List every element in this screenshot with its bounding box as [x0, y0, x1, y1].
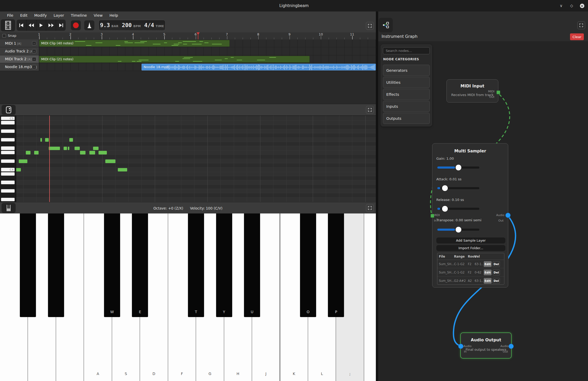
- strip-white-key[interactable]: [1, 198, 15, 201]
- category-utilities[interactable]: Utilities: [383, 77, 430, 88]
- track-minimize-button[interactable]: -: [32, 49, 36, 53]
- category-inputs[interactable]: Inputs: [383, 101, 430, 112]
- param-slider[interactable]: [437, 166, 479, 169]
- midi-note[interactable]: [89, 151, 95, 154]
- black-key[interactable]: [20, 213, 36, 317]
- track-name-cell[interactable]: Audio Track 2[A]-: [0, 47, 39, 55]
- pianoroll-keys[interactable]: C5C4: [0, 116, 16, 202]
- delete-button[interactable]: Del: [493, 261, 500, 267]
- maximize-icon[interactable]: ◇: [569, 3, 574, 9]
- menu-item-modify[interactable]: Modify: [31, 11, 50, 19]
- timeline-ruler[interactable]: Snap 1234567891011: [0, 32, 376, 40]
- slider-knob[interactable]: [456, 165, 461, 170]
- black-key[interactable]: P: [328, 213, 344, 317]
- edit-button[interactable]: Edit: [484, 278, 492, 284]
- midi-note[interactable]: [16, 168, 21, 172]
- track-name-cell[interactable]: Noodle 18.mp3[A]-: [0, 63, 39, 71]
- param-slider[interactable]: [437, 229, 479, 231]
- record-button[interactable]: [71, 20, 81, 30]
- node-audio-output[interactable]: Audio Output Final output to speakers Au…: [460, 332, 512, 359]
- piano-keyboard[interactable]: ASDFGHJKL;WETYUOP: [0, 213, 376, 381]
- slider-knob[interactable]: [456, 227, 461, 233]
- param-slider[interactable]: [437, 187, 479, 189]
- midi-note[interactable]: [75, 147, 80, 150]
- midi-note[interactable]: [26, 151, 30, 154]
- playhead-arrow-icon[interactable]: [197, 32, 200, 35]
- snap-checkbox[interactable]: [2, 34, 6, 38]
- track-name-cell[interactable]: MIDI 1[A]-: [0, 39, 39, 47]
- menu-item-timeline[interactable]: Timeline: [68, 11, 90, 19]
- delete-button[interactable]: Del: [493, 278, 500, 284]
- strip-white-key[interactable]: [1, 159, 15, 163]
- black-key[interactable]: U: [244, 213, 260, 317]
- audio-clip[interactable]: Noodle 18.mp3: [142, 64, 376, 70]
- audio-out-port[interactable]: [509, 344, 513, 349]
- midi-clip[interactable]: MIDI Clip (40 notes): [39, 40, 230, 47]
- close-icon[interactable]: ×: [579, 3, 585, 9]
- black-key[interactable]: [48, 213, 64, 317]
- strip-white-key[interactable]: C4: [1, 168, 15, 171]
- strip-white-key[interactable]: [1, 138, 15, 141]
- white-key[interactable]: [364, 213, 376, 381]
- category-effects[interactable]: Effects: [383, 89, 430, 100]
- strip-white-key[interactable]: [1, 189, 15, 193]
- midi-clip[interactable]: MIDI Clip (21 notes): [39, 56, 310, 63]
- category-generators[interactable]: Generators: [383, 65, 430, 76]
- midi-note[interactable]: [45, 138, 49, 142]
- menu-item-layer[interactable]: Layer: [50, 11, 67, 19]
- midi-out-port[interactable]: [497, 91, 500, 94]
- strip-white-key[interactable]: [1, 129, 15, 133]
- menu-item-view[interactable]: View: [90, 11, 106, 19]
- midi-note[interactable]: [80, 151, 85, 154]
- rewind-button[interactable]: [27, 20, 36, 31]
- audio-in-port[interactable]: [458, 344, 463, 349]
- timeline-expand-icon[interactable]: [366, 22, 374, 30]
- midi-note[interactable]: [68, 147, 69, 150]
- midi-note[interactable]: [118, 168, 127, 172]
- strip-white-key[interactable]: [1, 181, 15, 184]
- midi-note[interactable]: [69, 138, 73, 142]
- audio-out-port[interactable]: [506, 213, 510, 218]
- track-minimize-button[interactable]: -: [32, 65, 36, 69]
- pianoroll-grid[interactable]: C5C4: [0, 116, 376, 202]
- param-slider[interactable]: [437, 208, 479, 210]
- metronome-button[interactable]: [84, 20, 94, 30]
- menu-item-file[interactable]: File: [4, 11, 17, 19]
- midi-note[interactable]: [105, 159, 115, 163]
- strip-white-key[interactable]: [1, 146, 15, 150]
- midi-note[interactable]: [40, 138, 42, 142]
- category-outputs[interactable]: Outputs: [383, 113, 430, 124]
- pianoroll-expand-icon[interactable]: [366, 106, 374, 114]
- midi-note[interactable]: [49, 147, 60, 150]
- keyboard-expand-icon[interactable]: [366, 204, 374, 212]
- node-midi-input[interactable]: MIDI Input Receives MIDI from track MIDI…: [446, 79, 498, 103]
- skip-end-button[interactable]: [56, 20, 66, 31]
- black-key[interactable]: T: [188, 213, 204, 317]
- frame-icon[interactable]: [2, 105, 16, 115]
- skip-start-button[interactable]: [17, 20, 27, 31]
- timeline-empty-area[interactable]: [0, 71, 376, 104]
- black-key[interactable]: W: [104, 213, 120, 317]
- track-minimize-button[interactable]: -: [32, 41, 36, 45]
- edit-button[interactable]: Edit: [484, 261, 492, 267]
- clear-button[interactable]: Clear: [570, 33, 584, 40]
- edit-button[interactable]: Edit: [484, 270, 492, 275]
- track-minimize-button[interactable]: -: [32, 57, 36, 61]
- midi-note[interactable]: [19, 159, 27, 163]
- strip-white-key[interactable]: C5: [1, 117, 15, 120]
- add-sample-layer-button[interactable]: Add Sample Layer: [436, 237, 505, 243]
- graph-canvas[interactable]: NODE CATEGORIES GeneratorsUtilitiesEffec…: [378, 41, 588, 381]
- node-multi-sampler[interactable]: Multi Sampler Gain: 1.00Attack: 0.01 ssR…: [432, 143, 508, 288]
- import-folder-button[interactable]: Import Folder...: [436, 245, 505, 251]
- menu-item-help[interactable]: Help: [106, 11, 121, 19]
- midi-in-port[interactable]: [431, 214, 434, 218]
- film-icon[interactable]: [1, 19, 15, 31]
- graph-expand-icon[interactable]: [577, 21, 585, 29]
- slider-knob[interactable]: [442, 185, 448, 191]
- midi-note[interactable]: [99, 151, 107, 154]
- midi-note[interactable]: [93, 147, 99, 150]
- fast-forward-button[interactable]: [46, 20, 56, 31]
- black-key[interactable]: O: [300, 213, 316, 317]
- node-graph-icon[interactable]: [379, 18, 393, 32]
- track-name-cell[interactable]: MIDI Track 2[A]-: [0, 55, 39, 63]
